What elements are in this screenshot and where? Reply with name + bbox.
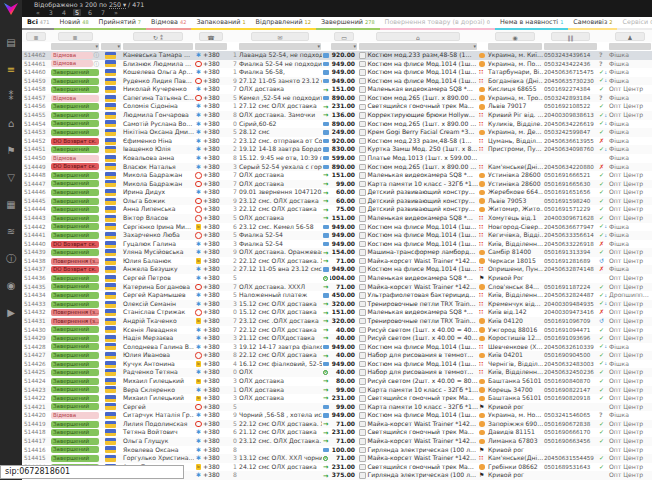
settings-icon[interactable]: ≋ — [0, 218, 22, 245]
company-icon[interactable]: ⌂ — [0, 110, 22, 137]
table-row[interactable]: 514435ЗавершенийКатерина Богданова+3807О… — [22, 283, 652, 292]
refresh-people-icon[interactable]: ↻ ⁑ — [133, 32, 183, 41]
table-row[interactable]: 514442ЗавершенийСергієнко Ірина Ми…lc+38… — [22, 223, 652, 232]
filter-source[interactable] — [609, 43, 651, 50]
table-row[interactable]: 514460ЗавершенийКошелева Ольга Ар…∗+3801… — [22, 68, 652, 77]
tab-Сервіси[interactable]: Сервіси0 — [617, 17, 652, 30]
table-row[interactable]: 514426ЗавершенийКучук Антонинаlc+380416.… — [22, 360, 652, 369]
product-bag-icon[interactable]: ⌂ — [376, 32, 460, 41]
table-row[interactable]: 514445ЗавершенийОльга Божик+380923.12 см… — [22, 197, 652, 206]
table-row[interactable]: 514436ЗавершенийСергей Петров∗+3805₴1004… — [22, 274, 652, 283]
order-source: Опт Центр — [608, 368, 652, 377]
table-row[interactable]: 514457ВідмоваСапегина Татьяна С…+3805Кем… — [22, 94, 652, 103]
orders-icon[interactable]: ≡ — [0, 56, 22, 83]
table-row[interactable]: 514430ЗавершенийКсенія Левадняя∗+380722.… — [22, 326, 652, 335]
person-icon[interactable]: ♟ — [615, 32, 646, 41]
table-row[interactable]: 514427ЗавершенийЮлия Иванова+380822.12 с… — [22, 351, 652, 360]
barcode-icon[interactable]: ‖‖ — [551, 32, 590, 41]
filter-product[interactable]: ▾ — [359, 43, 477, 50]
money-icon[interactable]: ▭ — [334, 32, 354, 41]
table-row[interactable]: 514439ЗавершенийУляна Мусійовська∗+3809О… — [22, 248, 652, 257]
funnel-icon[interactable]: ▽ — [0, 164, 22, 191]
per-page-dropdown[interactable]: 250 ▾ — [109, 1, 126, 9]
table-row[interactable]: 514433ЗавершенийОлексій Семанін∗+380315.… — [22, 300, 652, 309]
tab-Завершений[interactable]: Завершений278 — [316, 17, 380, 30]
table-row[interactable]: 514452DO Возврат ск.Єфименко Ніна∗+38022… — [22, 137, 652, 146]
table-row[interactable]: 514421ЗавершенийСергей+380599.00Карта па… — [22, 403, 652, 412]
tab-Прийнятий[interactable]: Прийнятий7 — [94, 17, 146, 30]
table-row[interactable]: 514450ВідмоваКовальова анна∗+380815.12. … — [22, 154, 652, 163]
table-row[interactable]: 514448ЗавершенийМикола Бадражан+3807ОЛХ … — [22, 171, 652, 180]
table-row[interactable]: 514432Повернення (з…Станіслав Стрижак+38… — [22, 308, 652, 317]
app-logo-icon[interactable] — [4, 3, 18, 15]
table-row[interactable]: 514424ЗавершенийМихаил Гилецькийlc+3803О… — [22, 377, 652, 386]
table-row[interactable]: 514455ЗавершенийЛюдмила Гончарова∗+3808О… — [22, 111, 652, 120]
order-list-icon[interactable]: ≣ — [26, 32, 46, 41]
tab-Всі[interactable]: Всі471 — [22, 17, 54, 30]
table-row[interactable]: 514429ЗавершенийНадія Мерзаєва∗+380321.1… — [22, 334, 652, 343]
table-row[interactable]: 514462ВідмоваⓘКаневська Тамара …∗+3801Ла… — [22, 51, 652, 60]
table-row[interactable]: 514437DO Возврат ск.Анжела Безушку∗+3802… — [22, 265, 652, 274]
table-row[interactable]: 514422ЗавершенийМихаил Гилецькийlc+3803О… — [22, 394, 652, 403]
products-icon[interactable]: ⚑ — [0, 137, 22, 164]
pager-page-6[interactable]: 6 — [86, 9, 94, 16]
tab-Повернення товару (в дорозі)[interactable]: Повернення товару (в дорозі)0 — [380, 17, 495, 30]
filter-comment[interactable]: ▾ — [239, 43, 321, 50]
table-row[interactable]: 514420ВідмоваСитарчук Наталія Гр…∗+3809Ч… — [22, 411, 652, 420]
customers-icon[interactable]: ⁑ — [0, 83, 22, 110]
comment-icon[interactable]: ✉ — [251, 32, 310, 41]
filter-flag[interactable]: ▾ — [101, 43, 121, 50]
table-row[interactable]: 514449DO Возврат ск.Власюк Наталья∗+3803… — [22, 163, 652, 172]
table-row[interactable]: 514440DO Возврат ск.Гуцалюк Галина∗+3803… — [22, 240, 652, 249]
pager-page-3[interactable]: 3 — [47, 9, 55, 16]
location-pin-icon[interactable]: ◉ — [495, 32, 534, 41]
pager-last-icon[interactable]: » — [112, 9, 120, 16]
phone-icon[interactable]: ☎ — [199, 32, 223, 41]
table-row[interactable]: 514459ЗавершенийРуденко Лидия Пав…+38092… — [22, 77, 652, 86]
partners-icon[interactable]: ◉ — [0, 272, 22, 299]
filter-name[interactable] — [123, 43, 193, 50]
table-row[interactable]: 514418ЗавершенийТетяна Войтович∗+380621.… — [22, 428, 652, 437]
table-row[interactable]: 514415ЗавершенийГоргулько Христина…∗+380… — [22, 454, 652, 463]
filter-tracking[interactable] — [544, 43, 597, 50]
pager-first-icon[interactable]: « — [34, 9, 42, 16]
stats-icon[interactable]: ▦ — [0, 191, 22, 218]
table-row[interactable]: 514458ЗавершенийНиколай Кучеренко∗+3807О… — [22, 85, 652, 94]
table-row[interactable]: 514443ЗавершенийВіктор Власов+3805ОЛХ до… — [22, 214, 652, 223]
tab-Нема в наявності[interactable]: Нема в наявності1 — [495, 17, 568, 30]
table-row[interactable]: 514417ЗавершенийОльга Глущук∗+380023.12 … — [22, 437, 652, 446]
video-icon[interactable]: ▶ — [0, 299, 22, 326]
table-row[interactable]: 514441ЗавершенийЗахарченко Люба+3805Фиал… — [22, 231, 652, 240]
table-row[interactable]: 514447ЗавершенийМикола Бадражан+3807ОЛХ … — [22, 180, 652, 189]
table-row[interactable]: 514438Повернення (з…Юлия Баланюкlc+38022… — [22, 257, 652, 266]
table-row[interactable]: 514453ЗавершенийНікітіна Оксана Дми…∗+38… — [22, 128, 652, 137]
table-row[interactable]: 514425ЗавершенийРадченко Тетяна∗+3800ОЛХ… — [22, 368, 652, 377]
table-row[interactable]: 514431Повернення (з…Андрій Ткаченкоlc+38… — [22, 317, 652, 326]
pager-page-7[interactable]: 7 — [99, 9, 107, 16]
tab-Самовивіз[interactable]: Самовивіз2 — [568, 17, 617, 30]
table-row[interactable]: 514446ЗавершенийИрина Дидух∗+380709.01 з… — [22, 188, 652, 197]
filter-phone[interactable] — [195, 43, 227, 50]
filter-price[interactable]: ▾ — [331, 43, 357, 50]
info-icon[interactable]: ⓘ — [0, 245, 22, 272]
filter-status[interactable]: ▾ — [51, 43, 99, 50]
tab-Відправлений[interactable]: Відправлений12 — [251, 17, 316, 30]
table-row[interactable]: 514434ЗавершенийСергей Карамышев∗+3805На… — [22, 291, 652, 300]
tab-Запакований[interactable]: Запакований1 — [191, 17, 250, 30]
table-row[interactable]: 514428ЗавершенийСолоднева Галина В…∗+380… — [22, 343, 652, 352]
tab-Новий[interactable]: Новий48 — [54, 17, 93, 30]
pager-page-4[interactable]: 4 — [60, 9, 68, 16]
table-row[interactable]: 514416ЗавершенийЯковлева Оксана∗+3808100… — [22, 446, 652, 455]
table-row[interactable]: 514454ЗавершенийСамотій Руслана Во…∗+380… — [22, 120, 652, 129]
tab-Відмова[interactable]: Відмова42 — [146, 17, 191, 30]
status-icon[interactable]: ≣ — [58, 32, 93, 41]
table-row[interactable]: 514444ЗавершенийАнна Липенська+380322.12… — [22, 205, 652, 214]
pager-page-5[interactable]: 5 — [73, 9, 81, 16]
table-row[interactable]: 514461ВідмоваⓘБлизнюк Людмила …+3807Фиал… — [22, 60, 652, 69]
table-row[interactable]: 514451ЗавершенийІващенко Юлія∗+380219.12… — [22, 145, 652, 154]
table-row[interactable]: 514423ЗавершенийВера Скляренко∗+3801ОЛХ … — [22, 386, 652, 395]
filter-destination[interactable] — [488, 43, 542, 50]
table-row[interactable]: 514419ЗавершенийЛилия Подолинская+380522… — [22, 420, 652, 429]
dashboard-icon[interactable]: ▤ — [0, 29, 22, 56]
table-row[interactable]: 514456ЗавершенийСоломія Сідоніна∗+380127… — [22, 102, 652, 111]
